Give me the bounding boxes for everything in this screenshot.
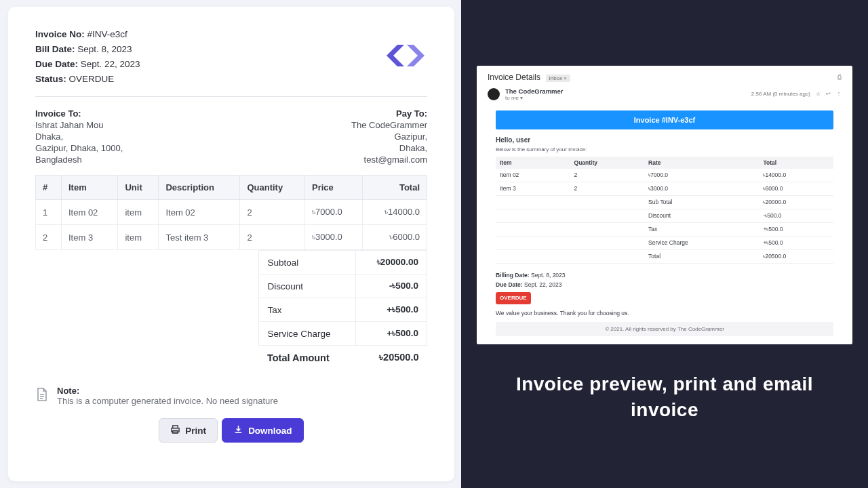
email-hello: Hello, user — [496, 136, 833, 144]
email-items-table: Item Quantity Rate Total Item 022৳7000.0… — [496, 157, 833, 264]
col-unit: Unit — [118, 176, 159, 200]
total-amount-label: Total Amount — [259, 346, 356, 370]
email-preview: Invoice Details Inbox × ⎙ The CodeGramme… — [477, 66, 852, 344]
service-charge-value: +৳500.0 — [356, 322, 427, 346]
email-total-row: Discount-৳500.0 — [496, 209, 833, 222]
col-item: Item — [62, 176, 118, 200]
action-bar: Print Download — [35, 418, 427, 443]
avatar[interactable] — [488, 88, 500, 100]
email-sender: The CodeGrammer — [505, 87, 564, 95]
email-banner: Invoice #INV-e3cf — [496, 110, 833, 129]
ecol-qty: Quantity — [570, 157, 645, 169]
pay-to-line2: Dhaka, — [351, 142, 427, 154]
service-charge-label: Service Charge — [259, 322, 356, 346]
invoice-no-value: #INV-e3cf — [87, 29, 127, 39]
email-subject: Invoice Details — [488, 73, 540, 82]
document-icon — [35, 386, 49, 404]
col-price: Price — [305, 176, 363, 200]
overdue-badge: OVERDUE — [496, 292, 531, 304]
pay-to-name: The CodeGrammer — [351, 119, 427, 131]
pay-to-label: Pay To: — [351, 108, 427, 119]
discount-label: Discount — [259, 274, 356, 298]
email-row: Item 32৳3000.0৳6000.0 — [496, 182, 833, 195]
download-button[interactable]: Download — [222, 418, 304, 443]
email-total-row: Sub Total৳20000.0 — [496, 195, 833, 209]
summary-table: Subtoal৳20000.00 Discount-৳500.0 Tax+৳50… — [258, 250, 427, 369]
slide-caption: Invoice preview, print and email invoice — [461, 371, 868, 423]
email-time: 2:56 AM (0 minutes ago) — [751, 91, 810, 97]
table-row: 2 Item 3 item Test item 3 2 ৳3000.0 ৳600… — [36, 225, 427, 250]
total-amount-value: ৳20500.0 — [356, 346, 427, 370]
email-billing-value: Sept. 8, 2023 — [531, 272, 566, 279]
due-date-label: Due Date: — [35, 59, 78, 69]
items-table: # Item Unit Description Quantity Price T… — [35, 175, 427, 250]
tax-label: Tax — [259, 298, 356, 322]
invoice-to-line3: Bangladesh — [35, 154, 123, 165]
ecol-total: Total — [759, 157, 833, 169]
col-index: # — [36, 176, 62, 200]
email-due-value: Sept. 22, 2023 — [524, 281, 561, 288]
subtotal-value: ৳20000.00 — [356, 251, 427, 274]
status-value: OVERDUE — [69, 74, 115, 84]
note-label: Note: — [57, 386, 79, 396]
invoice-to-label: Invoice To: — [35, 108, 123, 119]
invoice-to-line2: Gazipur, Dhaka, 1000, — [35, 142, 123, 154]
ecol-rate: Rate — [644, 157, 759, 169]
email-total-row: Service Charge+৳500.0 — [496, 236, 833, 249]
pay-to-block: Pay To: The CodeGrammer Gazipur, Dhaka, … — [351, 108, 427, 165]
col-total: Total — [363, 176, 427, 200]
invoice-card: Invoice No: #INV-e3cf Bill Date: Sept. 8… — [8, 7, 454, 481]
brand-logo-icon — [384, 42, 427, 69]
email-thanks: We value your business. Thank you for ch… — [496, 310, 833, 317]
discount-value: -৳500.0 — [356, 274, 427, 298]
print-icon[interactable]: ⎙ — [837, 73, 842, 81]
download-icon — [233, 424, 243, 436]
col-desc: Description — [159, 176, 240, 200]
pay-to-line3: test@gmail.com — [351, 154, 427, 165]
subtotal-label: Subtoal — [259, 251, 356, 274]
download-button-label: Download — [248, 426, 292, 436]
email-row: Item 022৳7000.0৳14000.0 — [496, 169, 833, 182]
note-block: Note: This is a computer generated invoi… — [35, 386, 427, 406]
due-date-value: Sept. 22, 2023 — [81, 59, 140, 69]
invoice-meta: Invoice No: #INV-e3cf Bill Date: Sept. 8… — [35, 27, 140, 87]
invoice-to-name: Ishrat Jahan Mou — [35, 119, 123, 131]
note-text: This is a computer generated invoice. No… — [57, 396, 278, 406]
reply-icon[interactable]: ↩ — [826, 91, 831, 97]
col-qty: Quantity — [240, 176, 305, 200]
invoice-to-block: Invoice To: Ishrat Jahan Mou Dhaka, Gazi… — [35, 108, 123, 165]
print-button[interactable]: Print — [159, 418, 218, 443]
email-total-row: Tax+৳500.0 — [496, 222, 833, 236]
invoice-no-label: Invoice No: — [35, 29, 85, 39]
pay-to-line1: Gazipur, — [351, 131, 427, 142]
bill-date-label: Bill Date: — [35, 44, 75, 54]
email-billing-label: Billing Date: — [496, 272, 530, 279]
table-row: 1 Item 02 item Item 02 2 ৳7000.0 ৳14000.… — [36, 200, 427, 225]
inbox-chip[interactable]: Inbox × — [546, 75, 570, 82]
email-total-row: Total৳20500.0 — [496, 249, 833, 263]
invoice-to-line1: Dhaka, — [35, 131, 123, 142]
email-footer: © 2021. All rights reserved by The CodeG… — [496, 322, 833, 336]
bill-date-value: Sept. 8, 2023 — [77, 44, 132, 54]
email-summary-line: Below is the summary of your invoice: — [496, 146, 833, 152]
tax-value: +৳500.0 — [356, 298, 427, 322]
more-icon[interactable]: ⋮ — [836, 91, 842, 97]
ecol-item: Item — [496, 157, 570, 169]
status-label: Status: — [35, 74, 66, 84]
print-button-label: Print — [185, 426, 206, 436]
email-due-label: Due Date: — [496, 281, 523, 288]
star-icon[interactable]: ☆ — [816, 91, 821, 97]
printer-icon — [170, 424, 180, 436]
email-to-me[interactable]: to me ▾ — [505, 95, 564, 101]
